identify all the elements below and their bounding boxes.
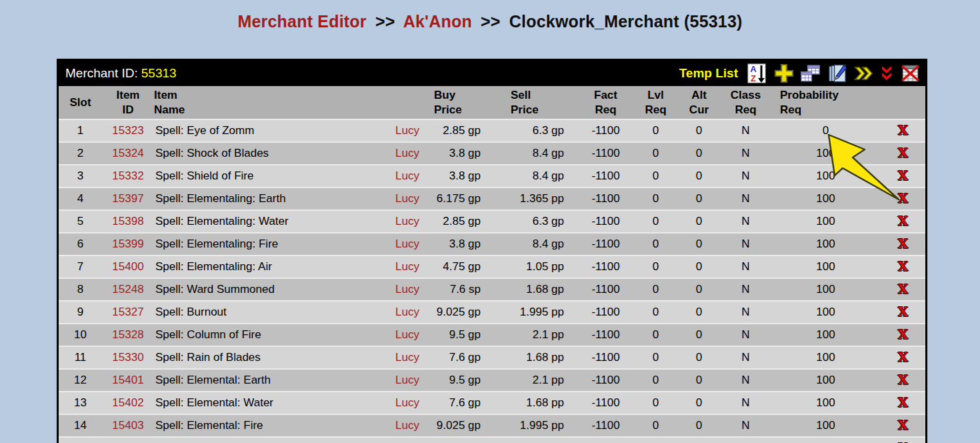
table-row: 915327Spell: BurnoutLucy9.025 gp1.995 pp… [59, 301, 925, 324]
delete-item-icon[interactable]: X [898, 283, 908, 296]
breadcrumb-merchant-name: Clockwork_Merchant (55313) [509, 12, 743, 31]
class-req-cell: N [721, 278, 771, 301]
buy-price-cell: 9.025 gp [427, 414, 494, 437]
fact-req-cell: -1100 [577, 414, 634, 437]
delete-item-icon[interactable]: X [898, 328, 908, 341]
table-row: 515398Spell: Elementaling: WaterLucy2.85… [59, 210, 925, 233]
sell-price-cell: 8.4 gp [494, 233, 577, 256]
lucy-link[interactable]: Lucy [395, 124, 419, 137]
fact-req-cell: -1100 [577, 187, 634, 210]
table-row: 1315402Spell: Elemental: WaterLucy7.6 gp… [59, 392, 925, 414]
delete-item-icon[interactable]: X [898, 192, 908, 205]
sell-price-cell: 1.995 pp [494, 301, 577, 324]
item-id-link[interactable]: 15330 [112, 351, 143, 364]
add-item-icon[interactable] [773, 63, 794, 84]
lucy-link[interactable]: Lucy [395, 419, 419, 432]
delete-item-icon[interactable]: X [898, 351, 908, 364]
lucy-link[interactable]: Lucy [395, 306, 419, 318]
merchant-id-value: 55313 [138, 66, 177, 80]
buy-price-cell: 7.6 gp [427, 346, 494, 369]
delete-item-icon[interactable]: X [898, 306, 908, 318]
sort-az-icon[interactable]: A Z [747, 63, 767, 84]
alt-cur-cell: 0 [677, 324, 721, 346]
alt-cur-cell: 0 [677, 187, 721, 210]
sell-price-cell: 6.3 gp [494, 210, 577, 233]
sell-price-cell: 1.05 pp [494, 256, 577, 278]
lucy-link[interactable]: Lucy [395, 192, 419, 205]
item-id-link[interactable]: 15401 [112, 374, 143, 386]
item-id-link[interactable]: 15402 [112, 396, 143, 409]
fact-req-cell: -1100 [577, 278, 634, 301]
breadcrumb: Merchant Editor >> Ak'Anon >> Clockwork_… [0, 0, 980, 31]
fact-req-cell: -1100 [577, 301, 634, 324]
delete-item-icon[interactable]: X [898, 419, 908, 432]
item-id-link[interactable]: 15400 [112, 260, 143, 273]
item-id-link[interactable]: 15399 [112, 238, 143, 250]
lvl-req-cell: 0 [634, 210, 677, 233]
slot-cell: 8 [59, 278, 102, 301]
sell-price-cell: 8.4 gp [494, 165, 577, 187]
lvl-req-cell: 0 [634, 142, 677, 165]
merchant-toolbar: Merchant ID:55313 Temp List A Z [59, 61, 925, 86]
merchant-item-table: Slot Item ID Item Name Buy Price Sell Pr… [59, 86, 925, 443]
lucy-link[interactable]: Lucy [395, 283, 419, 296]
breadcrumb-zone[interactable]: Ak'Anon [403, 12, 472, 31]
fact-req-cell: -1100 [577, 324, 634, 346]
delete-item-icon[interactable]: X [898, 169, 908, 182]
fact-req-cell: -1100 [577, 142, 634, 165]
delete-item-icon[interactable]: X [898, 238, 908, 250]
probability-req-cell: 100 [771, 324, 881, 346]
item-id-link[interactable]: 15328 [112, 328, 143, 341]
delete-item-icon[interactable]: X [898, 124, 908, 137]
delete-item-icon[interactable]: X [898, 147, 908, 159]
probability-req-cell: 100 [771, 165, 881, 187]
item-id-link[interactable]: 15248 [112, 283, 143, 296]
fast-forward-icon[interactable] [853, 63, 874, 84]
alt-cur-cell: 0 [677, 346, 721, 369]
header-buy-price: Buy Price [427, 86, 494, 119]
fact-req-cell: -1100 [577, 210, 634, 233]
item-name-cell: Spell: Elementaling: Water [154, 210, 391, 233]
lucy-link[interactable]: Lucy [395, 215, 419, 228]
breadcrumb-merchant-editor[interactable]: Merchant Editor [237, 12, 366, 31]
table-row: 1415403Spell: Elemental: FireLucy9.025 g… [59, 414, 925, 437]
alt-cur-cell: 0 [677, 256, 721, 278]
slot-cell: 5 [59, 210, 102, 233]
lvl-req-cell: 0 [634, 324, 677, 346]
item-name-cell: Spell: Column of Fire [154, 324, 391, 346]
lucy-link[interactable]: Lucy [395, 147, 419, 159]
collapse-down-icon[interactable] [880, 63, 893, 84]
sell-price-cell: 1.68 gp [494, 278, 577, 301]
merchant-id: Merchant ID:55313 [65, 66, 177, 81]
item-id-link[interactable]: 15324 [112, 147, 143, 159]
breadcrumb-separator: >> [477, 12, 505, 31]
item-id-link[interactable]: 15332 [112, 169, 143, 182]
copy-list-icon[interactable] [800, 63, 821, 84]
slot-cell: 7 [59, 256, 102, 278]
slot-cell: 4 [59, 187, 102, 210]
delete-list-icon[interactable] [899, 63, 920, 84]
lucy-link[interactable]: Lucy [395, 351, 419, 364]
edit-list-icon[interactable] [827, 63, 847, 84]
delete-item-icon[interactable]: X [898, 215, 908, 228]
item-id-link[interactable]: 15323 [112, 124, 143, 137]
lucy-link[interactable]: Lucy [395, 396, 419, 409]
lucy-link[interactable]: Lucy [395, 374, 419, 386]
header-link [391, 86, 427, 119]
header-slot: Slot [59, 86, 102, 119]
delete-item-icon[interactable]: X [898, 396, 908, 409]
item-id-link[interactable]: 15397 [112, 192, 143, 205]
delete-item-icon[interactable]: X [898, 374, 908, 386]
lucy-link[interactable]: Lucy [395, 260, 419, 273]
item-id-link[interactable]: 15327 [112, 306, 143, 318]
item-id-link[interactable]: 15403 [112, 419, 143, 432]
lucy-link[interactable]: Lucy [395, 238, 419, 250]
slot-cell: 12 [59, 369, 102, 392]
delete-item-icon[interactable]: X [898, 260, 908, 273]
table-row: 115323Spell: Eye of ZommLucy2.85 gp6.3 g… [59, 119, 925, 142]
item-id-link[interactable]: 15398 [112, 215, 143, 228]
lucy-link[interactable]: Lucy [395, 169, 419, 182]
item-name-cell: Spell: Burnout [154, 301, 391, 324]
temp-list-link[interactable]: Temp List [679, 66, 738, 81]
lucy-link[interactable]: Lucy [395, 328, 419, 341]
